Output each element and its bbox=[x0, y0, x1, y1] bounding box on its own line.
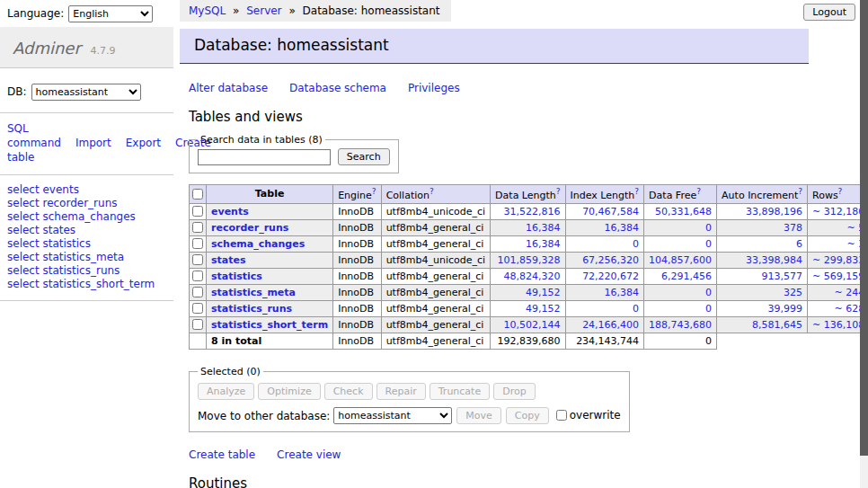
overwrite-option: overwrite bbox=[556, 409, 621, 421]
row-checkbox[interactable] bbox=[192, 303, 203, 314]
index-length-link[interactable]: 72,220,672 bbox=[582, 271, 639, 282]
scrollbar[interactable] bbox=[860, 0, 868, 488]
sidebar-table-link-select-states[interactable]: select states bbox=[7, 224, 166, 237]
analyze-button[interactable]: Analyze bbox=[198, 383, 254, 400]
sidebar-action-import[interactable]: Import bbox=[75, 137, 111, 149]
auto-increment-link[interactable]: 6 bbox=[796, 238, 802, 250]
create-link-create-view[interactable]: Create view bbox=[277, 448, 341, 461]
sidebar-table-link-select-statistics-short-term[interactable]: select statistics_short_term bbox=[7, 278, 166, 291]
index-length-link[interactable]: 70,467,584 bbox=[582, 206, 639, 217]
table-name-link[interactable]: states bbox=[211, 254, 246, 266]
rows-link[interactable]: ~ 312,180 bbox=[812, 206, 864, 217]
repair-button[interactable]: Repair bbox=[376, 383, 426, 400]
table-name-link[interactable]: statistics bbox=[211, 271, 262, 282]
column-help-link[interactable]: ? bbox=[798, 187, 802, 196]
data-free-link[interactable]: 188,743,680 bbox=[649, 319, 712, 331]
index-length-link[interactable]: 16,384 bbox=[605, 222, 640, 234]
search-input[interactable] bbox=[198, 149, 331, 165]
sidebar-table-link-select-statistics[interactable]: select statistics bbox=[7, 237, 166, 251]
data-length-link[interactable]: 16,384 bbox=[526, 238, 561, 250]
drop-button[interactable]: Drop bbox=[493, 383, 535, 400]
data-free-link[interactable]: 0 bbox=[705, 303, 712, 315]
data-free-link[interactable]: 0 bbox=[705, 287, 712, 298]
data-length-link[interactable]: 48,824,320 bbox=[504, 271, 561, 282]
column-help-link[interactable]: ? bbox=[430, 187, 434, 196]
column-help-link[interactable]: ? bbox=[838, 187, 843, 196]
data-length-link[interactable]: 49,152 bbox=[526, 303, 561, 315]
row-checkbox[interactable] bbox=[192, 254, 203, 265]
data-length-link[interactable]: 31,522,816 bbox=[504, 206, 561, 217]
sidebar-action-export[interactable]: Export bbox=[126, 137, 161, 149]
table-name-link[interactable]: statistics_short_term bbox=[211, 319, 328, 331]
check-button[interactable]: Check bbox=[324, 383, 373, 400]
column-header-table: Table bbox=[207, 185, 333, 204]
sidebar-table-link-select-statistics-runs[interactable]: select statistics_runs bbox=[7, 264, 166, 278]
table-name-cell: statistics_short_term bbox=[207, 316, 333, 333]
sidebar-action-sql-command[interactable]: SQL command bbox=[7, 122, 61, 149]
sidebar-table-link-select-schema-changes[interactable]: select schema_changes bbox=[7, 210, 166, 224]
row-checkbox[interactable] bbox=[192, 271, 203, 281]
optimize-button[interactable]: Optimize bbox=[258, 383, 320, 400]
data-free-link[interactable]: 0 bbox=[705, 238, 712, 250]
language-select[interactable]: English bbox=[68, 5, 153, 22]
table-name-link[interactable]: schema_changes bbox=[211, 238, 305, 250]
db-action-link-alter-database[interactable]: Alter database bbox=[189, 82, 268, 94]
db-action-link-privileges[interactable]: Privileges bbox=[408, 82, 460, 94]
db-action-link-database-schema[interactable]: Database schema bbox=[289, 82, 386, 94]
breadcrumb-mysql-link[interactable]: MySQL bbox=[189, 4, 226, 17]
row-checkbox[interactable] bbox=[192, 238, 203, 249]
column-help-link[interactable]: ? bbox=[696, 187, 701, 196]
sidebar-table-link-select-recorder-runs[interactable]: select recorder_runs bbox=[7, 197, 166, 210]
move-button[interactable]: Move bbox=[456, 407, 501, 424]
auto-increment-link[interactable]: 378 bbox=[784, 222, 802, 234]
column-header-label: Engine bbox=[338, 190, 372, 201]
index-length-link[interactable]: 0 bbox=[633, 303, 639, 315]
column-help-link[interactable]: ? bbox=[556, 187, 561, 196]
truncate-button[interactable]: Truncate bbox=[430, 383, 490, 400]
breadcrumb-server-link[interactable]: Server bbox=[246, 4, 281, 17]
data-length-link[interactable]: 16,384 bbox=[526, 222, 561, 234]
data-length-link[interactable]: 49,152 bbox=[526, 287, 561, 298]
auto-increment-link[interactable]: 8,581,645 bbox=[752, 319, 802, 331]
data-length-link[interactable]: 10,502,144 bbox=[504, 319, 561, 331]
column-header-label: Data Free bbox=[649, 190, 696, 201]
scrollbar-thumb[interactable] bbox=[860, 0, 868, 456]
row-checkbox[interactable] bbox=[192, 222, 203, 233]
data-free-link[interactable]: 104,857,600 bbox=[649, 254, 712, 266]
rows-link[interactable]: ~ 569,159 bbox=[812, 271, 864, 282]
table-name-link[interactable]: events bbox=[211, 206, 249, 217]
auto-increment-link[interactable]: 39,999 bbox=[768, 303, 803, 315]
rows-link[interactable]: ~ 136,108 bbox=[812, 319, 864, 331]
move-db-select[interactable]: homeassistant bbox=[333, 407, 452, 424]
logout-button[interactable]: Logout bbox=[803, 4, 855, 21]
auto-increment-link[interactable]: 33,898,196 bbox=[746, 206, 802, 217]
data-length-link[interactable]: 101,859,328 bbox=[498, 254, 561, 266]
data-free-link[interactable]: 0 bbox=[705, 222, 712, 234]
row-checkbox[interactable] bbox=[192, 319, 203, 330]
db-select[interactable]: homeassistant bbox=[31, 84, 141, 101]
auto-increment-link[interactable]: 325 bbox=[784, 287, 802, 298]
select-all-checkbox[interactable] bbox=[192, 189, 203, 200]
copy-button[interactable]: Copy bbox=[506, 407, 549, 424]
column-help-link[interactable]: ? bbox=[372, 187, 376, 196]
overwrite-checkbox[interactable] bbox=[556, 410, 567, 421]
table-name-link[interactable]: statistics_runs bbox=[211, 303, 292, 315]
row-checkbox[interactable] bbox=[192, 287, 203, 297]
auto-increment-link[interactable]: 33,398,984 bbox=[746, 254, 802, 266]
index-length-link[interactable]: 16,384 bbox=[605, 287, 640, 298]
rows-link[interactable]: ~ 299,833 bbox=[812, 254, 864, 266]
sidebar-table-link-select-statistics-meta[interactable]: select statistics_meta bbox=[7, 251, 166, 264]
data-free-link[interactable]: 50,331,648 bbox=[655, 206, 712, 217]
index-length-link[interactable]: 0 bbox=[633, 238, 639, 250]
sidebar-table-link-select-events[interactable]: select events bbox=[7, 183, 166, 197]
index-length-link[interactable]: 24,166,400 bbox=[582, 319, 639, 331]
create-link-create-table[interactable]: Create table bbox=[189, 448, 255, 461]
table-name-link[interactable]: recorder_runs bbox=[211, 222, 288, 234]
row-checkbox[interactable] bbox=[192, 206, 203, 217]
index-length-link[interactable]: 67,256,320 bbox=[582, 254, 639, 266]
column-help-link[interactable]: ? bbox=[634, 187, 639, 196]
auto-increment-link[interactable]: 913,577 bbox=[762, 271, 803, 282]
search-button[interactable]: Search bbox=[338, 148, 390, 165]
data-free-link[interactable]: 6,291,456 bbox=[661, 271, 712, 282]
table-name-link[interactable]: statistics_meta bbox=[211, 287, 296, 298]
